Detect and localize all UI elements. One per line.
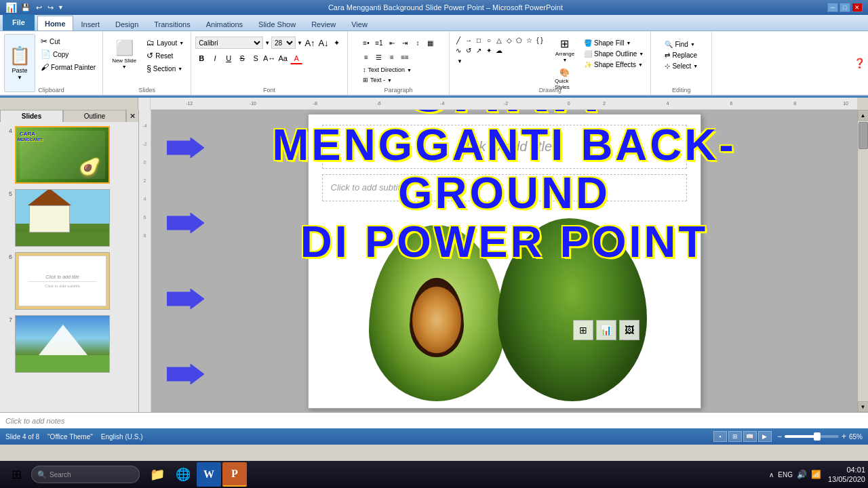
paste-button[interactable]: 📋 Paste ▼	[4, 34, 35, 92]
slide-img-4[interactable]: 🥑 CARA MENGGANTI	[15, 126, 110, 184]
tab-file[interactable]: File	[3, 14, 35, 30]
replace-button[interactable]: ⇄ Replace	[662, 50, 701, 60]
align-right-button[interactable]: ≡	[386, 51, 398, 63]
qat-undo[interactable]: ↩	[35, 3, 43, 12]
select-button[interactable]: ⊹ Select ▼	[662, 61, 701, 71]
shape-10-btn[interactable]: ↗	[474, 45, 484, 55]
decrease-indent-button[interactable]: ⇤	[386, 37, 398, 49]
network-icon[interactable]: 📶	[811, 470, 821, 479]
slides-tab[interactable]: Slides	[0, 110, 63, 122]
shape-4-btn[interactable]: ◇	[505, 35, 514, 45]
arrange-button[interactable]: ⊞ Arrange ▼	[551, 35, 578, 64]
shape-rect-btn[interactable]: □	[474, 35, 484, 45]
reset-button[interactable]: ↺ Reset	[144, 49, 186, 62]
shape-more-btn[interactable]: ▼	[454, 56, 466, 66]
taskbar-word[interactable]: W	[197, 462, 221, 487]
tab-view[interactable]: View	[344, 17, 375, 30]
font-size-select[interactable]: 28	[271, 37, 296, 49]
taskbar-edge[interactable]: 🌐	[171, 462, 195, 487]
font-color-button[interactable]: A	[290, 52, 302, 64]
zoom-out-btn[interactable]: −	[777, 432, 782, 441]
slide-sorter-btn[interactable]: ⊞	[728, 431, 742, 442]
shape-9-btn[interactable]: ↺	[464, 45, 473, 55]
slide-content[interactable]: Click to add title Click to add subtitle…	[308, 114, 701, 409]
section-button[interactable]: § Section ▼	[144, 62, 186, 75]
tab-insert[interactable]: Insert	[74, 17, 108, 30]
volume-icon[interactable]: 🔊	[797, 470, 807, 479]
scroll-up-btn[interactable]: ▲	[858, 110, 869, 121]
shape-fill-button[interactable]: 🪣 Shape Fill ▼	[581, 38, 646, 48]
shape-effects-button[interactable]: ✨ Shape Effects ▼	[581, 60, 646, 70]
align-text-button[interactable]: ⊞ Text - ▼	[360, 75, 395, 85]
qat-dropdown[interactable]: ▼	[58, 4, 64, 11]
underline-button[interactable]: U	[222, 52, 235, 64]
columns-button[interactable]: ▦	[425, 37, 437, 49]
align-center-button[interactable]: ☰	[373, 51, 385, 63]
slide-thumb-6[interactable]: 6 Click to add title Click to add subtit…	[3, 251, 136, 311]
tab-review[interactable]: Review	[304, 17, 343, 30]
qat-redo[interactable]: ↪	[46, 3, 55, 12]
taskbar-powerpoint[interactable]: P	[222, 462, 247, 487]
maximize-button[interactable]: □	[840, 3, 850, 12]
numbering-button[interactable]: ≡1	[373, 37, 385, 49]
slide-img-5[interactable]	[15, 189, 110, 247]
ribbon-help-btn[interactable]: ❓	[854, 58, 865, 68]
increase-font-size-button[interactable]: A↑	[304, 37, 316, 49]
insert-table-icon[interactable]: ⊞	[573, 320, 593, 340]
shape-line-btn[interactable]: ╱	[454, 35, 463, 45]
justify-button[interactable]: ≡≡	[399, 51, 411, 63]
right-scrollbar[interactable]: ▲ ▼	[857, 110, 868, 412]
copy-button[interactable]: 📄 Copy	[38, 48, 98, 60]
find-button[interactable]: 🔍 Find ▼	[662, 39, 701, 49]
font-family-select[interactable]: Calibri	[195, 37, 263, 49]
panel-close-button[interactable]: ✕	[126, 110, 138, 122]
slideshow-btn[interactable]: ▶	[758, 431, 772, 442]
normal-view-btn[interactable]: ▪	[713, 431, 727, 442]
shape-tri-btn[interactable]: △	[494, 35, 504, 45]
shape-6-btn[interactable]: ☆	[525, 35, 534, 45]
close-button[interactable]: ✕	[852, 3, 863, 12]
character-spacing-button[interactable]: A↔	[263, 52, 275, 64]
slide-title-placeholder[interactable]: Click to add title	[322, 125, 687, 169]
align-left-button[interactable]: ≡	[360, 51, 372, 63]
shape-circle-btn[interactable]: ○	[484, 35, 494, 45]
datetime-display[interactable]: 04:01 13/05/2020	[828, 465, 865, 485]
insert-chart-icon[interactable]: 📊	[596, 320, 616, 340]
tab-transitions[interactable]: Transitions	[146, 17, 197, 30]
shape-5-btn[interactable]: ⬠	[515, 35, 524, 45]
shape-outline-button[interactable]: ⬜ Shape Outline ▼	[581, 49, 646, 59]
slide-thumb-4[interactable]: 4 🥑 CARA MENGGANTI	[3, 125, 136, 185]
tab-home[interactable]: Home	[37, 16, 73, 30]
reading-view-btn[interactable]: 📖	[743, 431, 757, 442]
decrease-font-size-button[interactable]: A↓	[317, 37, 330, 49]
zoom-slider[interactable]	[785, 435, 839, 438]
shape-8-btn[interactable]: ∿	[454, 45, 463, 55]
shape-arrow-btn[interactable]: →	[464, 35, 473, 45]
tab-design[interactable]: Design	[108, 17, 146, 30]
clear-formatting-button[interactable]: ✦	[331, 37, 343, 49]
new-slide-button[interactable]: ⬜ New Slide ▼	[107, 34, 141, 75]
layout-button[interactable]: 🗂 Layout ▼	[144, 37, 186, 49]
scroll-down-btn[interactable]: ▼	[858, 401, 869, 412]
increase-indent-button[interactable]: ⇥	[399, 37, 411, 49]
slide-canvas[interactable]: CARA MENGGANTI BACK- GROUND DI POWER POI…	[151, 110, 857, 412]
scroll-thumb[interactable]	[859, 122, 868, 149]
text-direction-button[interactable]: ↕ Text Direction ▼	[360, 65, 414, 75]
bullets-button[interactable]: ≡•	[360, 37, 372, 49]
italic-button[interactable]: I	[209, 52, 221, 64]
slide-img-6[interactable]: Click to add title Click to add subtitle	[15, 252, 110, 310]
notes-area[interactable]: Click to add notes	[0, 412, 868, 428]
strikethrough-button[interactable]: S	[236, 52, 248, 64]
outline-tab[interactable]: Outline	[63, 110, 126, 122]
slide-thumb-5[interactable]: 5	[3, 188, 136, 248]
line-spacing-button[interactable]: ↕	[412, 37, 424, 49]
slide-thumb-7[interactable]: 7	[3, 314, 136, 374]
tab-animations[interactable]: Animations	[199, 17, 250, 30]
minimize-button[interactable]: ─	[827, 3, 838, 12]
start-button[interactable]: ⊞	[3, 462, 30, 487]
slide-img-7[interactable]	[15, 315, 110, 373]
lang-indicator[interactable]: ENG	[778, 471, 793, 479]
qat-save[interactable]: 💾	[20, 3, 32, 12]
bold-button[interactable]: B	[195, 52, 208, 64]
zoom-in-btn[interactable]: +	[842, 432, 846, 441]
